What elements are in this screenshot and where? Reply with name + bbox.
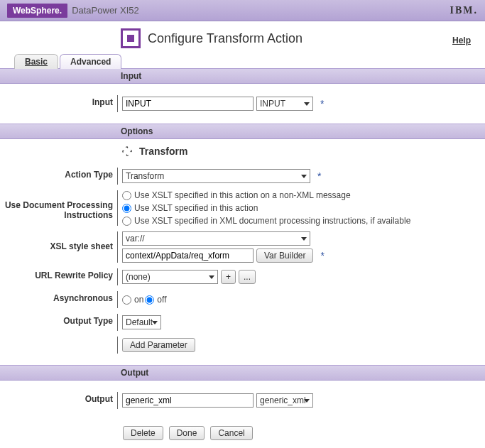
url-rewrite-add-button[interactable]: + bbox=[221, 270, 236, 284]
output-label: Output bbox=[0, 392, 117, 404]
help-link[interactable]: Help bbox=[452, 35, 471, 45]
section-header-input: Input bbox=[0, 68, 485, 84]
xsl-path-field[interactable] bbox=[122, 248, 254, 263]
var-builder-button[interactable]: Var Builder bbox=[256, 248, 313, 263]
required-marker: * bbox=[320, 98, 324, 109]
websphere-badge: WebSphere. bbox=[7, 4, 67, 18]
input-text-field[interactable] bbox=[122, 97, 254, 111]
dpi-label: Use Document Processing Instructions bbox=[0, 190, 117, 220]
action-type-label: Action Type bbox=[0, 168, 117, 180]
transform-action-icon bbox=[121, 28, 141, 48]
dpi-radio-nonxml[interactable] bbox=[122, 191, 131, 200]
async-on-label: on bbox=[134, 295, 143, 305]
output-text-field[interactable] bbox=[122, 393, 254, 408]
footer-buttons: Delete Done Cancel bbox=[0, 420, 485, 448]
xsl-label: XSL style sheet bbox=[0, 231, 117, 251]
output-type-label: Output Type bbox=[0, 314, 117, 326]
title-row: Configure Transform Action Help bbox=[0, 21, 485, 51]
brand-group: WebSphere. DataPower XI52 bbox=[7, 4, 139, 18]
dpi-radio-action[interactable] bbox=[122, 204, 131, 213]
tab-advanced[interactable]: Advanced bbox=[60, 54, 121, 69]
dpi-radio-docpi[interactable] bbox=[122, 217, 131, 226]
dpi-option-nonxml[interactable]: Use XSLT specified in this action on a n… bbox=[122, 190, 410, 200]
spacer bbox=[0, 337, 117, 339]
dpi-option-nonxml-label: Use XSLT specified in this action on a n… bbox=[134, 190, 351, 200]
input-label: Input bbox=[0, 95, 117, 107]
top-bar: WebSphere. DataPower XI52 IBM. bbox=[0, 0, 485, 21]
tab-bar: Basic Advanced bbox=[0, 51, 485, 68]
transform-heading: Transform bbox=[0, 139, 485, 162]
swirl-icon bbox=[121, 145, 133, 158]
async-on[interactable]: on bbox=[122, 295, 143, 305]
async-off[interactable]: off bbox=[145, 295, 166, 305]
ibm-logo: IBM. bbox=[450, 5, 479, 16]
done-button[interactable]: Done bbox=[169, 426, 205, 440]
required-marker: * bbox=[320, 250, 324, 261]
async-label: Asynchronous bbox=[0, 291, 117, 303]
dpi-option-docpi-label: Use XSLT specified in XML document proce… bbox=[134, 216, 410, 226]
add-parameter-button[interactable]: Add Parameter bbox=[122, 338, 195, 352]
async-off-label: off bbox=[157, 295, 166, 305]
dpi-option-action[interactable]: Use XSLT specified in this action bbox=[122, 203, 410, 213]
output-select[interactable]: generic_xml bbox=[256, 393, 313, 408]
input-select[interactable]: INPUT bbox=[256, 97, 313, 111]
async-radio-off[interactable] bbox=[145, 295, 154, 305]
cancel-button[interactable]: Cancel bbox=[210, 426, 252, 440]
xsl-scheme-select[interactable]: var:// bbox=[122, 231, 310, 246]
tab-basic[interactable]: Basic bbox=[14, 54, 58, 69]
url-rewrite-select[interactable]: (none) bbox=[122, 270, 218, 284]
async-radio-on[interactable] bbox=[122, 295, 131, 305]
section-header-output: Output bbox=[0, 365, 485, 381]
url-rewrite-label: URL Rewrite Policy bbox=[0, 268, 117, 280]
url-rewrite-browse-button[interactable]: ... bbox=[239, 270, 256, 284]
action-type-select[interactable]: Transform bbox=[122, 169, 310, 183]
required-marker: * bbox=[317, 170, 321, 182]
page-title: Configure Transform Action bbox=[148, 31, 303, 46]
dpi-option-action-label: Use XSLT specified in this action bbox=[134, 203, 258, 213]
product-name: DataPower XI52 bbox=[72, 5, 139, 16]
delete-button[interactable]: Delete bbox=[123, 426, 163, 440]
dpi-option-docpi[interactable]: Use XSLT specified in XML document proce… bbox=[122, 216, 410, 226]
transform-title: Transform bbox=[139, 146, 187, 157]
output-type-select[interactable]: Default bbox=[122, 315, 161, 329]
section-header-options: Options bbox=[0, 124, 485, 139]
